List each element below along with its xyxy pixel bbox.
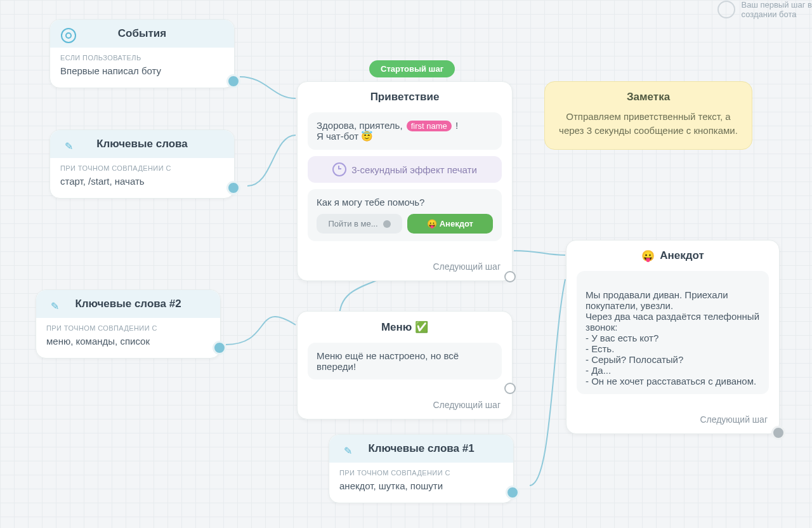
msg-text: Мы продавали диван. Приехали покупатели,…: [586, 289, 759, 386]
node-title: Ключевые слова #1: [368, 442, 474, 455]
sticky-note[interactable]: Заметка Отправляем приветственный текст,…: [544, 81, 752, 150]
chip-port[interactable]: [383, 220, 391, 228]
clock-icon: [332, 162, 346, 176]
output-port[interactable]: [226, 181, 240, 195]
node-joke[interactable]: 😛 Анекдот Мы продавали диван. Приехали п…: [566, 240, 780, 434]
hint-line-2: создании бота: [742, 10, 797, 19]
target-icon: [60, 27, 77, 44]
message-block[interactable]: Меню ещё не настроено, но всё впереди!: [308, 343, 502, 380]
condition-value: старт, /start, начать: [60, 175, 224, 188]
start-step-badge: Стартовый шаг: [369, 60, 455, 77]
note-body: Отправляем приветственный текст, а через…: [558, 110, 739, 138]
next-step-label: Следующий шаг: [433, 400, 501, 410]
output-port[interactable]: [226, 74, 240, 88]
msg-text: !: [455, 120, 458, 131]
node-title: Ключевые слова #2: [75, 298, 181, 310]
output-port[interactable]: [506, 485, 520, 499]
condition-label: ЕСЛИ ПОЛЬЗОВАТЕЛЬ: [60, 54, 224, 62]
node-title: Ключевые слова: [96, 138, 188, 150]
pencil-icon: ✎: [339, 442, 356, 459]
node-title: Анекдот: [660, 249, 704, 262]
next-step-port[interactable]: [771, 426, 785, 440]
msg-text: Здорова, приятель,: [317, 120, 405, 131]
message-block-2[interactable]: Как я могу тебе помочь? Пойти в ме... 😛 …: [308, 189, 502, 241]
condition-label: ПРИ ТОЧНОМ СОВПАДЕНИИ С: [339, 469, 503, 477]
node-title: События: [118, 27, 166, 40]
node-keywords1-trigger[interactable]: ✎ Ключевые слова #1 ПРИ ТОЧНОМ СОВПАДЕНИ…: [329, 434, 514, 503]
typing-effect-block[interactable]: 3-секундный эффект печати: [308, 156, 502, 183]
next-step-port[interactable]: [504, 271, 516, 282]
progress-circle-icon: [717, 1, 735, 18]
message-block[interactable]: Мы продавали диван. Приехали покупатели,…: [577, 271, 769, 394]
chip-label: 😛 Анекдот: [427, 219, 473, 228]
node-greeting[interactable]: Приветствие Здорова, приятель, first nam…: [297, 81, 513, 281]
condition-label: ПРИ ТОЧНОМ СОВПАДЕНИИ С: [60, 164, 224, 172]
onboarding-hint: Ваш первый шаг в создании бота: [717, 0, 812, 19]
node-menu[interactable]: Меню ✅ Меню ещё не настроено, но всё впе…: [297, 311, 513, 419]
effect-label: 3-секундный эффект печати: [351, 164, 477, 175]
msg-text: Я чат-бот 😇: [317, 131, 373, 142]
message-block-1[interactable]: Здорова, приятель, first name ! Я чат-бо…: [308, 112, 502, 150]
variable-pill: first name: [407, 121, 452, 131]
note-title: Заметка: [558, 91, 739, 103]
node-events-trigger[interactable]: События ЕСЛИ ПОЛЬЗОВАТЕЛЬ Впервые написа…: [49, 19, 235, 88]
node-title: Приветствие: [370, 91, 440, 103]
node-keywords-trigger[interactable]: ✎ Ключевые слова ПРИ ТОЧНОМ СОВПАДЕНИИ С…: [49, 129, 235, 199]
condition-label: ПРИ ТОЧНОМ СОВПАДЕНИИ С: [46, 324, 210, 332]
condition-value: меню, команды, список: [46, 334, 210, 348]
msg-text: Меню ещё не настроено, но всё впереди!: [317, 350, 459, 372]
node-keywords2-trigger[interactable]: ✎ Ключевые слова #2 ПРИ ТОЧНОМ СОВПАДЕНИ…: [36, 289, 221, 359]
condition-value: Впервые написал боту: [60, 64, 224, 77]
msg-text: Как я могу тебе помочь?: [317, 197, 424, 208]
next-step-label: Следующий шаг: [700, 414, 768, 425]
next-step-port[interactable]: [504, 383, 516, 394]
reply-button-joke[interactable]: 😛 Анекдот: [407, 214, 493, 234]
hint-line-1: Ваш первый шаг в: [742, 0, 812, 10]
output-port[interactable]: [213, 341, 226, 355]
pencil-icon: ✎: [60, 138, 77, 154]
emoji-icon: 😛: [641, 251, 655, 261]
node-title: Меню ✅: [381, 320, 428, 334]
flow-canvas[interactable]: Ваш первый шаг в создании бота Стартовый…: [0, 0, 812, 528]
chip-label: Пойти в ме...: [328, 219, 377, 228]
reply-button-menu[interactable]: Пойти в ме...: [317, 214, 402, 234]
pencil-icon: ✎: [46, 298, 63, 314]
next-step-label: Следующий шаг: [433, 261, 501, 272]
condition-value: анекдот, шутка, пошути: [339, 479, 503, 492]
start-step-label: Стартовый шаг: [381, 64, 443, 74]
